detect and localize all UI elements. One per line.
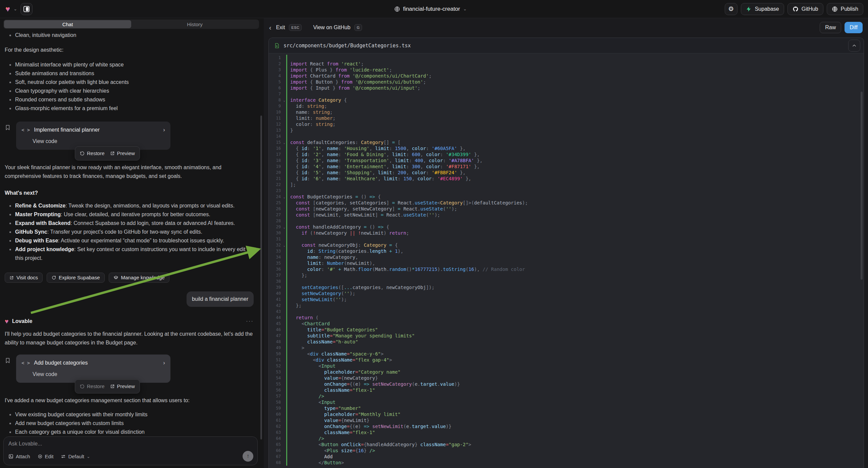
code-line: 60 placeholder="Monthly limit" [269, 411, 864, 417]
chevron-up-icon [852, 43, 857, 48]
code-line: 18 { id: '3', name: 'Transportation', li… [269, 157, 864, 164]
tab-chat[interactable]: Chat [4, 20, 131, 28]
restore-button[interactable]: Restore [80, 382, 105, 391]
raw-toggle-button[interactable]: Raw [820, 22, 841, 33]
assistant-header: ♥ Lovable ··· [5, 317, 254, 326]
code-line: 29⌄ const handleAddCategory = () => { [269, 224, 864, 230]
code-line: 43 [269, 309, 864, 315]
chat-message-list[interactable]: Clean, intuitive navigation For the desi… [0, 30, 258, 436]
lovable-heart-icon: ♥ [5, 317, 9, 325]
chat-scrollbar[interactable] [260, 116, 262, 439]
code-line: 56 className="flex-1" [269, 387, 864, 393]
code-line: 57 /> [269, 393, 864, 399]
lovable-logo-icon[interactable]: ♥ [5, 5, 10, 13]
explore-supabase-button[interactable]: Explore Supabase [46, 273, 105, 283]
code-line: 8⌄interface Category { [269, 97, 864, 103]
supabase-icon [746, 6, 752, 12]
project-switcher[interactable]: financial-future-creator ⌄ [394, 6, 467, 12]
send-button[interactable]: ↑ [243, 451, 253, 462]
code-line: 35 limit: Number(newLimit), [269, 260, 864, 266]
code-scrollbar[interactable] [861, 92, 863, 280]
code-line: 19 { id: '4', name: 'Entertainment', lim… [269, 164, 864, 170]
code-line: 2import React from 'react'; [269, 61, 864, 67]
fold-chevron-icon[interactable]: ⌄ [283, 242, 285, 248]
code-line: 10 name: string; [269, 109, 864, 115]
code-line: 53 placeholder="Category name" [269, 369, 864, 375]
back-chevron-icon[interactable]: ‹ [269, 24, 272, 32]
fold-chevron-icon[interactable]: ⌄ [283, 140, 285, 146]
code-line: 27 const [newLimit, setNewLimit] = React… [269, 212, 864, 218]
code-line: 32⌄ const newCategoryObj: Category = { [269, 242, 864, 248]
bookmark-icon[interactable] [5, 357, 11, 364]
chat-input[interactable] [8, 441, 253, 447]
chevron-right-icon[interactable]: › [163, 358, 165, 367]
code-line: 54 value={newCategory} [269, 375, 864, 381]
code-line: 5import { Button } from '@/components/ui… [269, 79, 864, 85]
bookmark-icon[interactable] [5, 124, 11, 131]
added-bullet-list: View existing budget categories with the… [5, 410, 254, 436]
attach-button[interactable]: Attach [8, 454, 30, 459]
github-button[interactable]: GitHub [787, 3, 824, 15]
code-line: 20 { id: '5', name: 'Shopping', limit: 2… [269, 170, 864, 176]
file-header[interactable]: src/components/budget/BudgetCategories.t… [269, 38, 864, 53]
list-item: Glass-morphic elements for a premium fee… [5, 104, 254, 113]
version-card-implement-financial-planner[interactable]: < > Implement financial planner › View c… [16, 121, 170, 150]
code-line: 13} [269, 127, 864, 133]
code-line: 15⌄const defaultCategories: Category[] =… [269, 139, 864, 145]
code-line: 38 [269, 278, 864, 284]
view-code-link[interactable]: View code [33, 370, 165, 379]
edit-button[interactable]: Edit [38, 454, 54, 459]
chevron-down-icon[interactable]: ⌄ [13, 6, 17, 11]
version-card-add-budget-categories[interactable]: < > Add budget categories › View code Re… [16, 354, 170, 383]
restore-button[interactable]: Restore [80, 149, 105, 158]
supabase-button[interactable]: Supabase [741, 3, 784, 15]
settings-button[interactable]: ⚙ [725, 3, 738, 15]
preview-button[interactable]: Preview [110, 382, 135, 391]
code-line: 49 > [269, 345, 864, 351]
code-line: 47 subtitle="Manage your spending limits… [269, 333, 864, 339]
chat-panel: Chat History Clean, intuitive navigation… [0, 18, 264, 468]
list-item: GitHub Sync: Transfer your project's cod… [5, 228, 254, 236]
fold-chevron-icon[interactable]: ⌄ [283, 97, 285, 104]
toggle-sidebar-button[interactable] [21, 3, 33, 15]
list-item: View existing budget categories with the… [5, 410, 254, 419]
fold-chevron-icon[interactable]: ⌄ [283, 194, 285, 200]
code-line: 37 }; [269, 272, 864, 278]
visit-docs-button[interactable]: Visit docs [5, 273, 42, 283]
view-code-link[interactable]: View code [33, 137, 165, 146]
chevron-down-icon: ⌄ [87, 454, 90, 459]
code-line: 45 <ChartCard [269, 321, 864, 327]
code-line: 66 <Plus size={16} /> [269, 447, 864, 454]
external-link-icon [110, 384, 115, 389]
code-line: 46 title="Budget Categories" [269, 327, 864, 333]
code-line: 14 [269, 133, 864, 139]
view-on-github-button[interactable]: View on GitHub [313, 25, 350, 31]
publish-button[interactable]: Publish [827, 3, 863, 15]
added-file-icon [274, 42, 279, 49]
mode-select[interactable]: Default ⌄ [61, 454, 90, 459]
tab-history[interactable]: History [131, 20, 258, 28]
message-menu-button[interactable]: ··· [246, 317, 254, 326]
card-actions: Restore Preview [75, 379, 140, 393]
whats-next-list: Refine & Customize: Tweak the design, an… [5, 201, 254, 263]
collapse-file-button[interactable] [848, 39, 860, 52]
exit-button[interactable]: Exit [276, 25, 285, 31]
code-line: 34 name: newCategory, [269, 254, 864, 260]
code-line: 68 </Button> [269, 460, 864, 466]
file-card: src/components/budget/BudgetCategories.t… [269, 38, 864, 468]
target-icon [38, 454, 42, 459]
preview-button[interactable]: Preview [110, 149, 135, 158]
fold-chevron-icon[interactable]: ⌄ [283, 224, 285, 230]
code-line: 6import { Input } from '@/components/ui/… [269, 85, 864, 91]
list-item: Add new budget categories with custom li… [5, 419, 254, 428]
manage-knowledge-button[interactable]: Manage knowledge [109, 273, 169, 283]
code-line: 62 onChange={(e) => setNewLimit(e.target… [269, 423, 864, 429]
esc-key-badge: ESC [289, 24, 302, 31]
gear-icon: ⚙ [728, 5, 734, 13]
chevron-right-icon[interactable]: › [163, 125, 165, 134]
code-line: 22]; [269, 182, 864, 188]
diff-toggle-button[interactable]: Diff [844, 22, 863, 33]
user-message[interactable]: build a financial planner [187, 291, 254, 307]
code-lines[interactable]: 12import React from 'react';3import { Pl… [269, 53, 864, 468]
list-item: Clean typography with clear hierarchies [5, 87, 254, 95]
